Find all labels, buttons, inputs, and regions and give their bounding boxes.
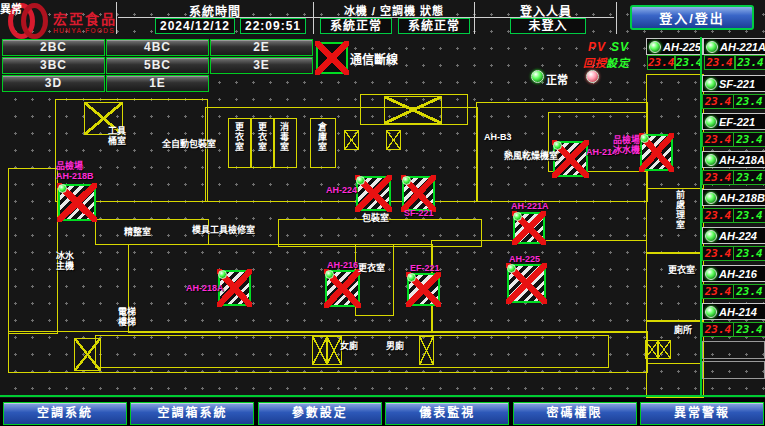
normal-led-icon [531, 70, 544, 83]
device-led-icon [356, 176, 365, 185]
abnormal-legend-label: 異常 [0, 0, 22, 16]
unit-sv-value: 23.4 [733, 246, 765, 261]
unit-sv-value: 23.4 [733, 132, 765, 147]
unit-pv-value: 23.4 [702, 322, 734, 337]
unit-sv-value: 23.4 [733, 170, 765, 185]
nav-button-2[interactable]: 空調箱系統 [130, 402, 254, 425]
unit-label: AH-221A [720, 41, 765, 53]
unit-pv-value: 23.4 [702, 170, 734, 185]
status-led-icon [705, 306, 717, 318]
room-label: 前處理室 [674, 190, 684, 230]
room-label: 男廁 [386, 342, 404, 352]
unit-pv-value: 23.4 [704, 55, 735, 70]
unit-AH-224[interactable]: AH-224 [702, 227, 765, 244]
unit-EF-221[interactable]: EF-221 [702, 113, 765, 130]
device-comm-loss-icon[interactable] [513, 212, 545, 244]
unit-pv-value: 23.4 [647, 55, 675, 70]
room-label: 更衣室 [233, 122, 243, 152]
unit-label: AH-216 [719, 268, 757, 280]
unit-pv-value: 23.4 [702, 132, 734, 147]
unit-sv-value: 23.4 [733, 94, 765, 109]
status-led-icon [706, 41, 718, 53]
nav-button-4[interactable]: 儀表監視 [385, 402, 509, 425]
room-label: 更衣室 [668, 266, 695, 276]
room-label: 全自動包裝室 [162, 140, 216, 150]
stair-elevator-marker [386, 130, 401, 150]
x-mark [315, 41, 349, 75]
floor-button-3E[interactable]: 3E [210, 57, 313, 74]
device-led-icon [513, 212, 522, 221]
room-label: 模具工具檢修室 [192, 226, 255, 236]
unit-AH-225[interactable]: AH-225 [646, 38, 703, 55]
device-comm-loss-icon[interactable] [553, 141, 588, 177]
unit-label: SF-221 [719, 78, 755, 90]
floor-button-2E[interactable]: 2E [210, 39, 313, 56]
unit-label: AH-214 [719, 306, 757, 318]
nav-button-5[interactable]: 密碼權限 [513, 402, 637, 425]
device-comm-loss-icon[interactable] [325, 270, 360, 307]
pv-header: PV [588, 40, 606, 54]
room-label: 精整室 [124, 228, 151, 238]
unit-pv-value: 23.4 [702, 208, 734, 223]
unit-label: EF-221 [719, 116, 755, 128]
room-label: 女廁 [340, 342, 358, 352]
normal-legend-label: 正常 [546, 71, 568, 87]
empty-unit-slot [702, 361, 765, 379]
hmi-screen: 宏亞食品 HUNYA FOODS 系統時間 2024/12/12 22:09:5… [0, 0, 765, 426]
device-led-icon [640, 134, 649, 143]
nav-button-1[interactable]: 空調系統 [3, 402, 127, 425]
bottom-nav: 空調系統空調箱系統參數設定儀表監視密碼權限異常警報 [0, 398, 765, 426]
floor-button-1E[interactable]: 1E [106, 75, 209, 92]
room-label: 倉庫室 [316, 122, 326, 152]
unit-sv-value: 23.4 [735, 55, 765, 70]
unit-sv-value: 23.4 [675, 55, 702, 70]
room-outline [8, 168, 58, 334]
device-led-icon [58, 184, 67, 193]
stair-elevator-marker [384, 96, 442, 124]
pv-cn-header: 回授 [583, 54, 607, 70]
device-label: 品檢場 冰水機 [613, 136, 640, 156]
unit-AH-218A[interactable]: AH-218A [702, 151, 765, 168]
device-label: AH-221A [511, 202, 549, 212]
status-led-icon [705, 78, 717, 90]
comm-loss-legend-icon [316, 42, 348, 74]
device-comm-loss-icon[interactable] [356, 176, 391, 211]
unit-pv-value: 23.4 [702, 284, 734, 299]
unit-AH-214[interactable]: AH-214 [702, 303, 765, 320]
device-led-icon [407, 273, 416, 282]
nav-button-3[interactable]: 參數設定 [258, 402, 382, 425]
device-label: AH-216 [327, 261, 358, 271]
unit-SF-221[interactable]: SF-221 [702, 75, 765, 92]
nav-button-6[interactable]: 異常警報 [640, 402, 764, 425]
device-led-icon [218, 270, 227, 279]
device-led-icon [325, 270, 334, 279]
device-comm-loss-icon[interactable] [407, 273, 440, 306]
floor-button-5BC[interactable]: 5BC [106, 57, 209, 74]
floor-button-3D[interactable]: 3D [2, 75, 105, 92]
floor-button-4BC[interactable]: 4BC [106, 39, 209, 56]
status-led-icon [705, 116, 717, 128]
status-led-icon [705, 230, 717, 242]
device-comm-loss-icon[interactable] [402, 176, 435, 211]
device-led-icon [553, 141, 562, 150]
device-comm-loss-icon[interactable] [640, 134, 673, 171]
device-comm-loss-icon[interactable] [58, 184, 96, 221]
unit-AH-216[interactable]: AH-216 [702, 265, 765, 282]
stair-elevator-marker [344, 130, 359, 150]
device-led-icon [402, 176, 411, 185]
unit-AH-218B[interactable]: AH-218B [702, 189, 765, 206]
unit-sv-value: 23.4 [733, 208, 765, 223]
room-label: 電梯 樓梯 [118, 308, 136, 328]
unit-pv-value: 23.4 [702, 246, 734, 261]
device-label: 品檢場 AH-218B [56, 162, 94, 182]
abnormal-led-icon [586, 70, 599, 83]
comm-loss-legend-label: 通信斷線 [350, 50, 398, 67]
unit-AH-221A[interactable]: AH-221A [703, 38, 765, 55]
room-outline [646, 252, 704, 322]
unit-label: AH-225 [663, 41, 701, 53]
floor-button-2BC[interactable]: 2BC [2, 39, 105, 56]
room-label: 廁所 [674, 326, 692, 336]
floor-button-3BC[interactable]: 3BC [2, 57, 105, 74]
device-label: AH-224 [326, 186, 357, 196]
device-comm-loss-icon[interactable] [507, 264, 546, 303]
